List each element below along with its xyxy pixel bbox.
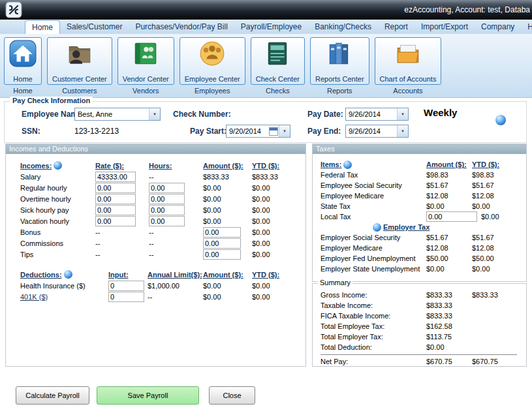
bonus-amount-input[interactable] [203,227,241,238]
employee-name-select[interactable]: Best, Anne ▼ [74,108,161,121]
toolbar-item-vendor-center: Vendor Center Vendors [117,37,174,95]
vacation-rate-input[interactable] [95,216,136,226]
amount-value: $50.00 [426,254,472,262]
help-globe-icon[interactable] [64,270,72,279]
ytd-value: $0.00 [481,213,526,221]
income-row-sick-hourly: Sick hourly pay $0.00 $0.00 [6,204,305,215]
check-number-input[interactable] [234,108,296,119]
toolbar-label: Customer Center [52,75,107,83]
hours-column-header: Hours: [149,162,203,170]
input-column-header: Input: [108,271,148,279]
tips-amount-input[interactable] [203,249,241,260]
local-tax-input[interactable] [426,211,477,222]
incomes-column-header: Incomes: [20,162,52,170]
amount-value: $0.00 [203,195,252,203]
overtime-rate-input[interactable] [95,194,136,204]
rate-value: -- [95,228,149,236]
menu-tabbar: Home Sales/Customer Purchases/Vendor/Pay… [0,20,532,34]
tab-payroll-employee[interactable]: Payroll/Employee [234,20,308,34]
help-globe-icon[interactable] [495,115,506,125]
401k-link[interactable]: 401K ($) [20,293,48,301]
tab-banking-checks[interactable]: Banking/Checks [308,20,378,34]
amount-column-header: Amount ($): [203,271,252,279]
tab-company[interactable]: Company [475,20,521,34]
ytd-value: $0.00 [252,239,305,247]
tab-home[interactable]: Home [25,20,60,34]
hours-value: -- [149,228,203,236]
regular-hourly-hours-input[interactable] [149,183,185,193]
overtime-hours-input[interactable] [149,194,185,204]
salary-rate-input[interactable] [95,172,136,182]
customer-center-button[interactable]: Customer Center [47,37,112,85]
help-globe-icon[interactable] [343,161,352,169]
deduction-label: Health Insurance ($) [20,282,108,290]
amount-value: $833.33 [426,312,472,320]
tab-help[interactable]: Help [521,20,532,34]
ytd-value: $51.67 [472,181,526,189]
annual-limit-column-header: Annual Limit($): [148,271,203,279]
income-label: Salary [20,173,95,181]
net-pay-amount: $670.75 [426,358,472,365]
amount-value: $833.33 [426,291,472,299]
deduction-column-headers: Deductions: Input: Annual Limit($): Amou… [6,269,305,280]
toolbar-label: Check Center [256,75,300,83]
main-content: Pay Check Information Employee Name: Bes… [0,98,532,415]
home-button[interactable]: Home [4,37,42,85]
toolbar-item-customer-center: Customer Center Customers [47,37,112,95]
tax-row-employer-state-unemployment: Employer State Unemployment $0.00 $0.00 [313,264,526,274]
save-payroll-button[interactable]: Save Payroll [97,386,199,405]
ytd-value: $0.00 [252,184,305,192]
sick-hours-input[interactable] [149,205,185,215]
amount-value: $0.00 [426,202,472,210]
tab-purchases-vendor-pay-bill[interactable]: Purchases/Vendor/Pay Bill [129,20,234,34]
chart-of-accounts-icon [394,40,422,67]
health-insurance-input[interactable] [108,281,144,291]
pay-frequency-label: Weekly [424,107,457,118]
footer-buttons: Calculate Payroll Save Payroll Close [0,386,532,406]
rate-value: -- [95,239,149,247]
tab-import-export[interactable]: Import/Export [415,20,475,34]
deduction-row-health-insurance: Health Insurance ($) $1,000.00 $0.00 $0.… [6,280,305,291]
ytd-value: $0.00 [252,282,305,290]
tab-sales-customer[interactable]: Sales/Customer [60,20,129,34]
amount-value: $12.08 [426,244,472,252]
summary-label: Gross Income: [321,291,426,299]
tab-report[interactable]: Report [378,20,415,34]
regular-hourly-rate-input[interactable] [95,183,136,193]
employee-center-button[interactable]: Employee Center [180,37,245,85]
amount-value: $0.00 [426,265,472,273]
pay-date-select[interactable]: 9/26/2014 ▼ [345,108,409,121]
commissions-amount-input[interactable] [203,238,241,249]
tax-row-employer-medicare: Employer Medicare $12.08 $12.08 [313,243,526,253]
ytd-value: $833.33 [252,173,305,181]
pay-end-select[interactable]: 9/26/2014 ▼ [345,125,409,138]
401k-input[interactable] [108,292,144,302]
reports-center-button[interactable]: Reports Center [310,37,369,85]
summary-row-total-employer-tax: Total Employer Tax: $113.75 [313,331,526,342]
amount-value: $51.67 [426,234,472,241]
chart-of-accounts-button[interactable]: Chart of Accounts [375,37,442,85]
amount-value: $162.58 [426,322,472,330]
pay-start-picker[interactable]: 9/20/2014 ▼ [226,125,290,138]
amount-column-header: Amount ($): [426,161,472,168]
toolbar-label: Chart of Accounts [380,75,437,83]
customer-center-icon [66,40,93,67]
summary-row-total-deduction: Total Deduction: $0.00 [313,342,526,352]
sick-rate-input[interactable] [95,205,136,215]
toolbar-item-employee-center: Employee Center Employees [180,37,245,95]
help-globe-icon[interactable] [54,161,62,170]
check-center-button[interactable]: Check Center [251,37,305,85]
tax-label: Local Tax [321,213,426,221]
summary-label: Total Employer Tax: [321,333,426,341]
vendor-center-icon [132,40,159,67]
toolbar-sublabel: Employees [195,87,230,95]
vendor-center-button[interactable]: Vendor Center [117,37,174,85]
amount-value: $12.08 [426,192,472,200]
tax-row-employer-social-security: Employer Social Security $51.67 $51.67 [313,232,526,243]
vacation-hours-input[interactable] [149,216,185,226]
help-globe-icon[interactable] [373,223,381,232]
tax-row-employee-social-security: Employee Social Security $51.67 $51.67 [313,180,526,191]
toolbar-sublabel: Vendors [133,87,159,95]
close-button[interactable]: Close [209,386,255,405]
calculate-payroll-button[interactable]: Calculate Payroll [16,386,89,405]
